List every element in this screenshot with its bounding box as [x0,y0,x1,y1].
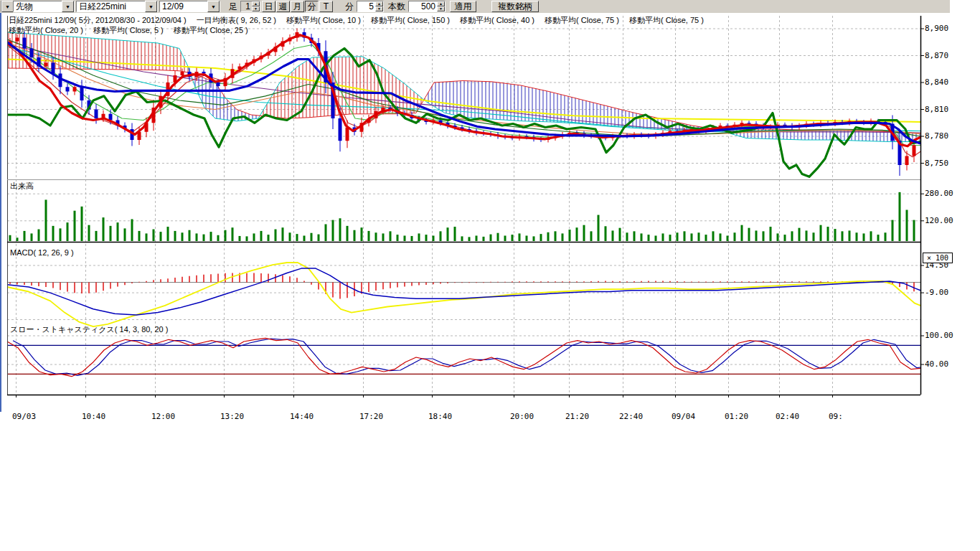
volume-bar [899,192,901,241]
volume-bar [727,235,729,241]
volume-bar [741,225,743,241]
x-axis-label: 18:40 [428,412,452,421]
bar-count-stepper[interactable]: 500 ▲▼ [408,1,446,12]
period-week-button[interactable]: 週 [276,1,290,12]
x-axis-label: 02:40 [776,412,799,421]
candle-body [73,87,77,91]
volume-bar [52,226,55,241]
instrument-type-combobox[interactable]: 先物 ▼ [13,1,75,12]
candle-body [80,87,84,100]
volume-bar [260,231,263,241]
chart-panel: 日経225mini 12/09( 5分, 2012/08/30 - 2012/0… [0,13,980,551]
volume-bar [519,233,521,241]
candle-body [339,118,342,141]
price-axis-label: 8,750 [925,159,948,168]
stoch-axis-label: 100.00 [925,331,953,340]
volume-bar [124,228,126,241]
spin-down-icon[interactable]: ▼ [437,6,445,11]
volume-bar [798,228,801,241]
volume-bar [827,227,829,241]
period-minute-button[interactable]: 分 [305,1,319,12]
volume-bar [182,232,184,241]
volume-bar [146,233,148,241]
volume-bar [418,233,420,241]
volume-bar [784,235,786,241]
volume-bar [411,236,413,241]
volume-bar [755,230,758,241]
price-axis-label: 8,810 [925,105,948,114]
multi-symbol-button[interactable]: 複数銘柄 [491,1,539,12]
contract-month-combobox[interactable]: 12/09 ▼ [159,1,220,12]
candle-body [52,63,55,74]
volume-bar [433,235,435,241]
x-axis-label: 01:20 [725,412,748,421]
chevron-down-icon[interactable]: ▼ [207,1,220,12]
volume-bar [906,210,908,241]
volume-bar [296,234,298,241]
stochastics-pane [7,338,920,376]
period-month-button[interactable]: 月 [291,1,304,12]
bar-type-label: 足 [229,1,237,13]
volume-bar [885,232,887,241]
period-day-button[interactable]: 日 [262,1,275,12]
symbol-value: 日経225mini [77,1,145,13]
volume-bar [368,231,370,241]
spinner-buttons[interactable]: ▲▼ [252,1,260,11]
candle-body [905,156,909,166]
volume-bars [9,192,915,241]
chevron-down-icon[interactable]: ▼ [145,1,157,12]
chevron-down-icon[interactable]: ▼ [1,1,14,12]
bar-count-value: 500 [409,1,437,11]
macd-pane [7,263,920,326]
spinner-buttons[interactable]: ▲▼ [437,1,445,11]
volume-bar [806,230,808,241]
volume-bar [167,227,169,241]
price-axis-label: 8,840 [925,77,948,87]
apply-button[interactable]: 適用 [450,1,476,12]
volume-bar [454,227,456,241]
volume-bar [748,228,750,241]
volume-bar [612,230,614,241]
x-axis-label: 21:20 [565,412,589,421]
volume-scale-badge: × 100 [923,253,953,263]
volume-bar [705,235,707,241]
spinner-buttons[interactable]: ▲▼ [375,1,383,11]
minutes-stepper[interactable]: 5 ▲▼ [357,1,384,12]
volume-bar [210,232,212,241]
bar-interval-stepper[interactable]: 1 ▲▼ [240,1,260,12]
candle-body [30,49,34,58]
candle-body [346,128,349,141]
instrument-type-value: 先物 [14,1,62,13]
spin-down-icon[interactable]: ▼ [375,6,383,11]
symbol-combobox[interactable]: 日経225mini ▼ [76,1,158,12]
volume-bar [720,233,722,241]
volume-bar [677,232,679,241]
volume-bar [590,231,593,241]
corner-combobox[interactable]: ▼ [1,1,10,12]
candle-body [913,146,916,156]
stoch-pane-label: スロー・ストキャスティクス( 14, 3, 80, 20 ) [10,324,168,335]
volume-bar [526,235,528,241]
volume-bar [289,232,291,241]
volume-bar [633,231,636,241]
volume-bar [9,235,11,241]
volume-bar [734,232,736,241]
volume-bar [655,235,657,241]
spin-up-icon[interactable]: ▲ [375,1,383,6]
volume-bar [332,220,334,241]
chevron-down-icon[interactable]: ▼ [62,1,74,12]
volume-bar [842,231,844,241]
volume-bar [246,236,248,241]
stoch-k-line [7,338,920,376]
volume-bar [461,236,463,241]
period-tick-button[interactable]: T [319,1,333,12]
spin-down-icon[interactable]: ▼ [252,6,260,11]
volume-bar [232,227,234,241]
minutes-label: 分 [345,1,354,13]
stoch-axis-label: 40.00 [925,359,948,369]
volume-bar [318,235,320,241]
spin-up-icon[interactable]: ▲ [437,1,445,6]
volume-axis-label: 280.00 [925,189,953,198]
chart-canvas[interactable] [0,13,980,551]
spin-up-icon[interactable]: ▲ [252,1,260,6]
